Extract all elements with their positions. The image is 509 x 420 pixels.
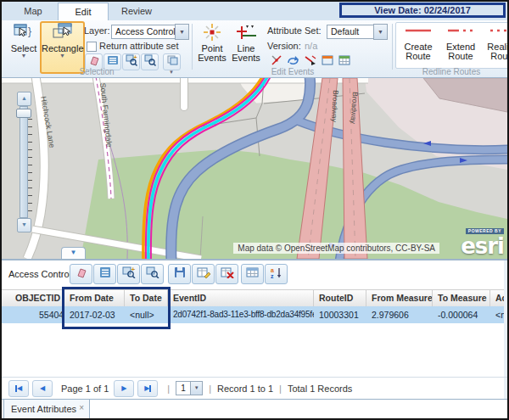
switch-rows-icon <box>75 266 88 282</box>
cell-eventid: 2d0742f1-8ad3-11e3-bff8-db2da34f95fe <box>168 306 314 323</box>
extend-route-label-2: Route <box>442 52 479 61</box>
table-row[interactable]: 55404 2017-02-03 <null> 2d0742f1-8ad3-11… <box>2 306 509 323</box>
prev-page-button[interactable]: ◀ <box>32 380 53 397</box>
zoom-in-button[interactable]: ▲ <box>17 92 31 106</box>
cell-from-date: 2017-02-03 <box>64 306 125 323</box>
event-attributes-tab-label: Event Attributes <box>11 404 76 414</box>
rectangle-caret-icon: ▼ <box>42 53 83 58</box>
attribute-set-label: Attribute Set: <box>267 25 322 36</box>
cell-to-measure: -0.000064 <box>433 306 490 323</box>
zoom-tick <box>28 142 32 143</box>
delete-selected-icon <box>221 266 234 282</box>
delete-selected-button[interactable] <box>215 264 238 284</box>
zoom-tick <box>28 203 32 204</box>
point-events-label-2: Events <box>196 53 228 63</box>
pagination-separator: | <box>209 384 211 394</box>
column-header-from-date[interactable]: From Date <box>64 290 125 306</box>
edit-attributes-icon <box>197 266 210 282</box>
switch-selected-rows-button[interactable] <box>70 264 92 284</box>
road-label-broadway-1: Broadway <box>330 90 340 123</box>
pagination-separator: | <box>279 384 282 394</box>
rectangle-tool-icon <box>51 31 75 42</box>
column-header-routeid[interactable]: RouteID <box>314 290 366 306</box>
layer-dropdown[interactable]: Access Control <box>111 25 179 39</box>
zoom-to-selected-icon: + <box>122 266 136 282</box>
realign-route-label-2: Route <box>484 52 509 61</box>
return-attribute-set-label: Return attribute set <box>99 41 179 51</box>
show-attributes-button[interactable] <box>93 264 116 284</box>
zoom-tick <box>28 157 32 158</box>
selection-group-label: Selection <box>7 67 187 76</box>
esri-wordmark: esri <box>461 233 504 259</box>
page-number-dropdown[interactable]: 1 ▼ <box>176 381 203 395</box>
point-events-button[interactable]: Point Events <box>195 22 229 73</box>
edit-events-group-label: Edit Events <box>195 67 390 76</box>
pagination-bar: ◀ ◀ Page 1 of 1 ▶ ▶ | 1 ▼ | Record 1 to … <box>2 377 507 399</box>
column-header-to-date[interactable]: To Date <box>125 290 168 306</box>
edit-attributes-button[interactable] <box>192 264 215 284</box>
page-number-dropdown-arrow-icon: ▼ <box>190 382 202 395</box>
panel-layer-title: Access Control <box>8 269 71 279</box>
ribbon-separator <box>392 24 393 70</box>
esri-logo: POWERED BY esri <box>461 221 504 257</box>
page-count-text: Page 1 of 1 <box>61 384 109 394</box>
record-range-text: Record 1 to 1 <box>217 384 273 394</box>
bottom-tab-bar: Event Attributes × <box>2 399 507 420</box>
tab-review[interactable]: Review <box>110 3 163 20</box>
select-tool-icon: } <box>13 31 35 42</box>
table-header: OBJECTID From Date To Date EventID Route… <box>2 289 509 307</box>
zoom-tick <box>28 172 32 173</box>
column-header-from-measure[interactable]: From Measure <box>366 290 433 306</box>
event-attributes-tab[interactable]: Event Attributes × <box>3 400 90 420</box>
app-window: Map Edit Review View Date: 02/24/2017 } … <box>0 0 509 420</box>
svg-text:z: z <box>271 273 274 279</box>
line-events-label-2: Events <box>229 53 263 63</box>
tab-map[interactable]: Map <box>10 3 56 20</box>
close-tab-icon[interactable]: × <box>79 403 84 413</box>
map-view[interactable]: Hitchcock Lane South Farmingdale Broadwa… <box>2 78 507 259</box>
attributes-list-icon <box>98 266 112 282</box>
layer-dropdown-button[interactable]: ▼ <box>175 24 189 40</box>
table-options-button[interactable] <box>241 264 264 284</box>
redline-routes-group-label: Redline Routes <box>395 67 507 76</box>
sort-button[interactable]: az <box>265 264 288 284</box>
cell-objectid: 55404 <box>10 306 64 323</box>
pan-to-selected-button[interactable] <box>141 264 164 284</box>
line-events-icon <box>235 33 257 43</box>
svg-text:}: } <box>28 25 31 37</box>
cell-to-date: <null> <box>125 306 168 323</box>
zoom-slider-handle[interactable] <box>16 109 31 118</box>
zoom-out-button[interactable]: ▼ <box>17 218 31 232</box>
line-events-button[interactable]: Line Events <box>228 22 264 73</box>
zoom-tick <box>28 210 32 211</box>
ribbon-separator <box>192 24 193 70</box>
return-attribute-set-checkbox[interactable] <box>87 42 97 52</box>
save-edits-button[interactable] <box>168 264 191 284</box>
zoom-tick <box>28 195 32 196</box>
zoom-slider-track[interactable] <box>20 106 28 218</box>
collapse-panel-button[interactable]: ▼ <box>61 247 86 259</box>
zoom-tick <box>28 165 32 165</box>
view-date-box[interactable]: View Date: 02/24/2017 <box>339 3 506 18</box>
first-page-button[interactable]: ◀ <box>8 380 29 397</box>
sort-az-icon: az <box>270 266 283 282</box>
last-page-button[interactable]: ▶ <box>137 380 158 397</box>
table-options-icon <box>246 266 260 282</box>
zoom-tick <box>28 188 32 188</box>
column-header-to-measure[interactable]: To Measure <box>433 290 490 306</box>
zoom-to-selected-button[interactable]: + <box>117 264 140 284</box>
rectangle-tool-button[interactable]: Rectangle ▼ <box>40 21 85 74</box>
select-tool-button[interactable]: } Select ▼ <box>7 22 41 73</box>
save-icon <box>173 266 187 282</box>
attribute-set-dropdown-button[interactable]: ▼ <box>373 24 388 40</box>
column-header-eventid[interactable]: EventID <box>168 290 314 306</box>
column-header-objectid[interactable]: OBJECTID <box>10 290 64 306</box>
version-value: n/a <box>305 41 317 51</box>
version-label: Version: <box>267 41 301 51</box>
tab-edit[interactable]: Edit <box>58 3 109 21</box>
cell-routeid: 10003301 <box>314 306 366 323</box>
attribute-set-dropdown[interactable]: Default <box>327 25 378 39</box>
zoom-tick <box>28 180 32 181</box>
next-page-button[interactable]: ▶ <box>114 380 134 397</box>
create-route-icon <box>403 28 433 38</box>
